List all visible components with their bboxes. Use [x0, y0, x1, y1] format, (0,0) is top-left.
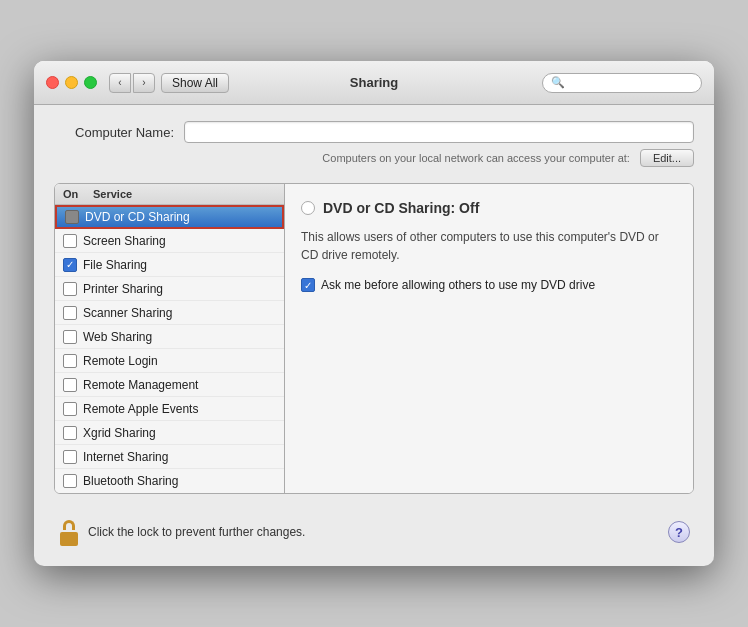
service-checkbox-web[interactable] [63, 330, 77, 344]
service-checkbox-file[interactable]: ✓ [63, 258, 77, 272]
col-on-header: On [63, 188, 93, 200]
show-all-button[interactable]: Show All [161, 73, 229, 93]
service-item-remote-mgmt[interactable]: Remote Management [55, 373, 284, 397]
service-item-remote-events[interactable]: Remote Apple Events [55, 397, 284, 421]
search-box[interactable]: 🔍 [542, 73, 702, 93]
dvd-radio-button[interactable] [301, 201, 315, 215]
ask-me-label: Ask me before allowing others to use my … [321, 278, 595, 292]
lock-icon [58, 518, 80, 546]
service-name-remote-mgmt: Remote Management [83, 378, 198, 392]
local-network-row: Computers on your local network can acce… [54, 149, 694, 167]
service-checkbox-internet[interactable] [63, 450, 77, 464]
bottom-bar: Click the lock to prevent further change… [54, 510, 694, 550]
service-item-xgrid[interactable]: Xgrid Sharing [55, 421, 284, 445]
service-item-bluetooth[interactable]: Bluetooth Sharing [55, 469, 284, 493]
service-name-internet: Internet Sharing [83, 450, 168, 464]
local-network-text: Computers on your local network can acce… [322, 152, 630, 164]
service-checkbox-dvd[interactable] [65, 210, 79, 224]
lock-area[interactable]: Click the lock to prevent further change… [58, 518, 305, 546]
service-checkbox-printer[interactable] [63, 282, 77, 296]
search-input[interactable] [569, 77, 693, 89]
service-item-screen[interactable]: Screen Sharing [55, 229, 284, 253]
service-name-remote-events: Remote Apple Events [83, 402, 198, 416]
computer-name-row: Computer Name: [54, 121, 694, 143]
service-name-web: Web Sharing [83, 330, 152, 344]
service-checkbox-screen[interactable] [63, 234, 77, 248]
content-area: Computer Name: Computers on your local n… [34, 105, 714, 566]
help-button[interactable]: ? [668, 521, 690, 543]
service-name-scanner: Scanner Sharing [83, 306, 172, 320]
ask-me-row: ✓ Ask me before allowing others to use m… [301, 278, 677, 292]
service-checkbox-remote-login[interactable] [63, 354, 77, 368]
services-header: On Service [55, 184, 284, 205]
service-name-bluetooth: Bluetooth Sharing [83, 474, 178, 488]
service-checkbox-remote-events[interactable] [63, 402, 77, 416]
service-name-remote-login: Remote Login [83, 354, 158, 368]
service-item-dvd[interactable]: DVD or CD Sharing [55, 205, 284, 229]
dvd-status-text: DVD or CD Sharing: Off [323, 200, 479, 216]
computer-name-input[interactable] [184, 121, 694, 143]
window-title: Sharing [350, 75, 398, 90]
services-list: On Service DVD or CD Sharing Screen Shar… [55, 184, 285, 493]
dvd-status-row: DVD or CD Sharing: Off [301, 200, 677, 216]
traffic-lights [46, 76, 97, 89]
service-item-internet[interactable]: Internet Sharing [55, 445, 284, 469]
lock-text: Click the lock to prevent further change… [88, 525, 305, 539]
ask-me-checkbox[interactable]: ✓ [301, 278, 315, 292]
forward-button[interactable]: › [133, 73, 155, 93]
titlebar: ‹ › Show All Sharing 🔍 [34, 61, 714, 105]
service-checkbox-xgrid[interactable] [63, 426, 77, 440]
maximize-button[interactable] [84, 76, 97, 89]
search-icon: 🔍 [551, 76, 565, 89]
service-item-file[interactable]: ✓ File Sharing [55, 253, 284, 277]
service-item-printer[interactable]: Printer Sharing [55, 277, 284, 301]
computer-name-label: Computer Name: [54, 125, 174, 140]
service-checkbox-scanner[interactable] [63, 306, 77, 320]
service-name-xgrid: Xgrid Sharing [83, 426, 156, 440]
service-item-web[interactable]: Web Sharing [55, 325, 284, 349]
minimize-button[interactable] [65, 76, 78, 89]
sharing-window: ‹ › Show All Sharing 🔍 Computer Name: Co… [34, 61, 714, 566]
back-button[interactable]: ‹ [109, 73, 131, 93]
service-checkbox-remote-mgmt[interactable] [63, 378, 77, 392]
service-name-file: File Sharing [83, 258, 147, 272]
right-panel: DVD or CD Sharing: Off This allows users… [285, 184, 693, 493]
service-item-scanner[interactable]: Scanner Sharing [55, 301, 284, 325]
edit-button[interactable]: Edit... [640, 149, 694, 167]
main-panel: On Service DVD or CD Sharing Screen Shar… [54, 183, 694, 494]
service-name-screen: Screen Sharing [83, 234, 166, 248]
nav-buttons: ‹ › [109, 73, 155, 93]
service-item-remote-login[interactable]: Remote Login [55, 349, 284, 373]
service-checkbox-bluetooth[interactable] [63, 474, 77, 488]
close-button[interactable] [46, 76, 59, 89]
col-service-header: Service [93, 188, 276, 200]
service-name-dvd: DVD or CD Sharing [85, 210, 190, 224]
service-name-printer: Printer Sharing [83, 282, 163, 296]
dvd-description: This allows users of other computers to … [301, 228, 677, 264]
